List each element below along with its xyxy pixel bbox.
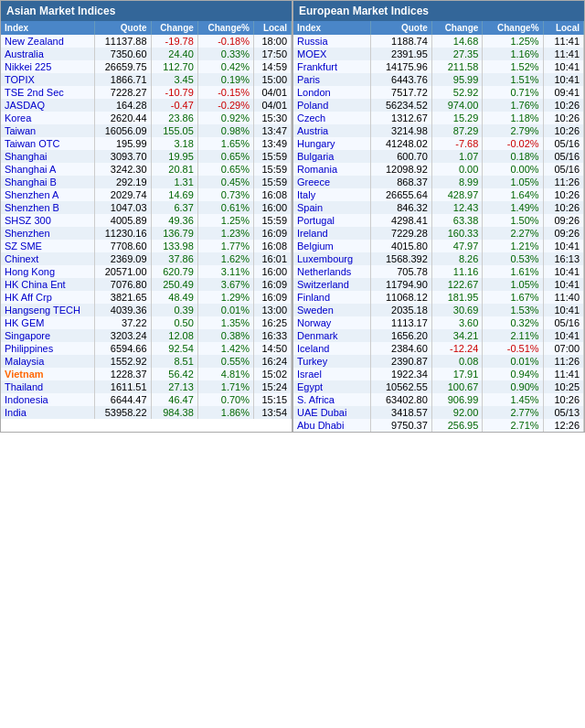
index-name[interactable]: Italy xyxy=(293,188,371,201)
table-row: Indonesia6644.4746.470.70%15:15 xyxy=(1,393,292,406)
index-quote: 1568.392 xyxy=(371,252,432,265)
index-name[interactable]: Shanghai xyxy=(1,150,95,163)
index-name[interactable]: Taiwan xyxy=(1,124,95,137)
index-change: 12.08 xyxy=(151,329,197,342)
index-name[interactable]: Nikkei 225 xyxy=(1,60,95,73)
index-quote: 10562.55 xyxy=(371,380,432,393)
index-name[interactable]: Portugal xyxy=(293,214,371,227)
index-quote: 26655.64 xyxy=(371,188,432,201)
index-local: 11:41 xyxy=(543,368,583,380)
index-name[interactable]: TSE 2nd Sec xyxy=(1,86,95,99)
index-name[interactable]: Shanghai B xyxy=(1,176,95,188)
index-change-pct: 2.11% xyxy=(483,329,543,342)
index-change: 112.70 xyxy=(151,60,197,73)
index-name[interactable]: Australia xyxy=(1,48,95,60)
index-name[interactable]: Denmark xyxy=(293,329,371,342)
index-change: 92.00 xyxy=(431,406,482,419)
index-name[interactable]: Abu Dhabi xyxy=(293,419,371,432)
index-quote: 11230.16 xyxy=(95,227,152,240)
index-quote: 1312.67 xyxy=(371,112,432,124)
index-name[interactable]: Shenzhen B xyxy=(1,201,95,214)
index-change: 3.18 xyxy=(151,137,197,150)
index-name[interactable]: MOEX xyxy=(293,48,371,60)
index-name[interactable]: Frankfurt xyxy=(293,60,371,73)
index-change-pct: -0.15% xyxy=(197,86,253,99)
index-change-pct: 0.32% xyxy=(483,316,543,329)
index-name[interactable]: Philippines xyxy=(1,342,95,355)
index-name[interactable]: Hangseng TECH xyxy=(1,304,95,316)
index-name[interactable]: Taiwan OTC xyxy=(1,137,95,150)
index-name[interactable]: Czech xyxy=(293,112,371,124)
index-name[interactable]: HK GEM xyxy=(1,316,95,329)
index-name[interactable]: Belgium xyxy=(293,240,371,252)
index-change-pct: 1.25% xyxy=(483,35,543,48)
index-quote: 3821.65 xyxy=(95,291,152,304)
index-local: 15:24 xyxy=(254,380,292,393)
index-name[interactable]: Korea xyxy=(1,112,95,124)
index-quote: 2391.95 xyxy=(371,48,432,60)
index-name[interactable]: Malaysia xyxy=(1,355,95,368)
table-row: New Zealand11137.88-19.78-0.18%18:00 xyxy=(1,35,292,48)
index-name[interactable]: JASDAQ xyxy=(1,99,95,112)
table-row: Hungary41248.02-7.68-0.02%05/16 xyxy=(293,137,584,150)
index-name[interactable]: Greece xyxy=(293,176,371,188)
index-name[interactable]: S. Africa xyxy=(293,393,371,406)
index-name[interactable]: Poland xyxy=(293,99,371,112)
index-change-pct: -0.18% xyxy=(197,35,253,48)
index-local: 11:26 xyxy=(543,176,583,188)
european-col-local: Local xyxy=(543,21,583,35)
index-change: 30.69 xyxy=(431,304,482,316)
index-name[interactable]: Shenzhen xyxy=(1,227,95,240)
index-name[interactable]: Hong Kong xyxy=(1,265,95,278)
index-name[interactable]: Indonesia xyxy=(1,393,95,406)
asian-col-change: Change xyxy=(151,21,197,35)
index-change-pct: 1.21% xyxy=(483,240,543,252)
index-name[interactable]: New Zealand xyxy=(1,35,95,48)
index-name[interactable]: HK China Ent xyxy=(1,278,95,291)
index-name[interactable]: Chinext xyxy=(1,252,95,265)
index-name[interactable]: TOPIX xyxy=(1,73,95,86)
index-name[interactable]: Romania xyxy=(293,163,371,176)
index-name[interactable]: Paris xyxy=(293,73,371,86)
index-name[interactable]: Singapore xyxy=(1,329,95,342)
index-change-pct: 2.77% xyxy=(483,406,543,419)
index-change-pct: 0.90% xyxy=(483,380,543,393)
index-name[interactable]: London xyxy=(293,86,371,99)
index-name[interactable]: Egypt xyxy=(293,380,371,393)
index-name[interactable]: India xyxy=(1,406,95,419)
index-name[interactable]: Spain xyxy=(293,201,371,214)
index-local: 16:01 xyxy=(254,252,292,265)
table-row: Malaysia1552.928.510.55%16:24 xyxy=(1,355,292,368)
index-change: 8.51 xyxy=(151,355,197,368)
index-name[interactable]: Shenzhen A xyxy=(1,188,95,201)
index-name[interactable]: UAE Dubai xyxy=(293,406,371,419)
index-name[interactable]: Thailand xyxy=(1,380,95,393)
index-name[interactable]: Israel xyxy=(293,368,371,380)
index-name[interactable]: Finland xyxy=(293,291,371,304)
index-name[interactable]: Turkey xyxy=(293,355,371,368)
index-name[interactable]: Norway xyxy=(293,316,371,329)
index-name[interactable]: Ireland xyxy=(293,227,371,240)
index-name[interactable]: Russia xyxy=(293,35,371,48)
index-name[interactable]: Switzerland xyxy=(293,278,371,291)
index-name[interactable]: Iceland xyxy=(293,342,371,355)
table-row: Finland11068.12181.951.67%11:40 xyxy=(293,291,584,304)
index-change: 27.13 xyxy=(151,380,197,393)
index-name[interactable]: Shanghai A xyxy=(1,163,95,176)
index-name[interactable]: Hungary xyxy=(293,137,371,150)
index-quote: 9750.37 xyxy=(371,419,432,432)
index-local: 10:41 xyxy=(543,240,583,252)
index-name[interactable]: SZ SME xyxy=(1,240,95,252)
index-name[interactable]: SHSZ 300 xyxy=(1,214,95,227)
index-local: 13:49 xyxy=(254,137,292,150)
index-local: 10:25 xyxy=(543,380,583,393)
index-name[interactable]: Vietnam xyxy=(1,368,95,380)
european-panel: European Market Indices Index Quote Chan… xyxy=(292,0,585,433)
table-row: Taiwan OTC195.993.181.65%13:49 xyxy=(1,137,292,150)
index-name[interactable]: Sweden xyxy=(293,304,371,316)
index-name[interactable]: Austria xyxy=(293,124,371,137)
index-name[interactable]: HK Aff Crp xyxy=(1,291,95,304)
index-name[interactable]: Bulgaria xyxy=(293,150,371,163)
index-name[interactable]: Netherlands xyxy=(293,265,371,278)
index-name[interactable]: Luxembourg xyxy=(293,252,371,265)
